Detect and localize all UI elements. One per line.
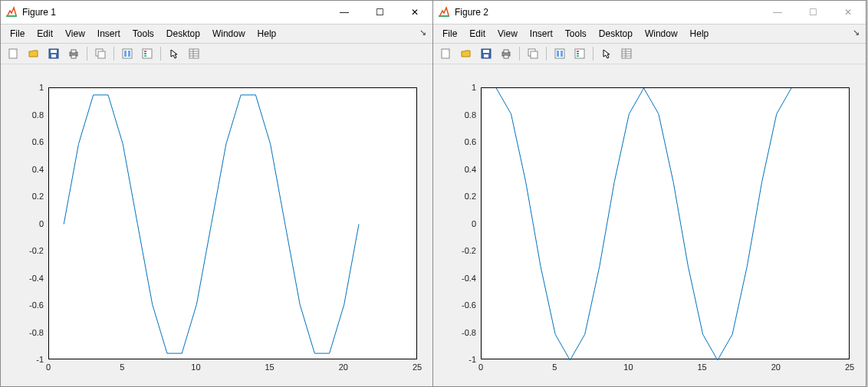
menu-help[interactable]: Help [252,26,283,41]
open-icon[interactable] [25,44,43,63]
line-series [49,88,418,360]
svg-rect-6 [71,50,76,53]
y-tick-label: 0.4 [32,165,44,174]
menu-file[interactable]: File [4,26,31,41]
svg-rect-38 [577,55,579,57]
svg-rect-33 [557,51,559,57]
menu-view[interactable]: View [59,26,91,41]
axes[interactable] [48,87,417,359]
x-tick-label: 0 [46,362,51,372]
x-tick-label: 5 [120,362,124,372]
line-series [482,88,850,360]
property-inspector-icon[interactable] [617,44,636,63]
menu-file[interactable]: File [436,26,463,41]
toolbar-separator [519,47,520,61]
y-tick-label: -1 [36,355,44,364]
svg-rect-15 [144,53,146,54]
datacursor-icon[interactable] [118,44,136,63]
color-legend-icon[interactable] [138,44,156,63]
property-inspector-icon[interactable] [185,44,203,63]
menu-edit[interactable]: Edit [31,26,59,41]
y-tick-label: 0.4 [465,165,476,174]
y-tick-label: 0.2 [32,192,44,201]
svg-rect-22 [439,15,449,17]
svg-rect-29 [504,55,508,58]
desktop: Figure 1—☐✕FileEditViewInsertToolsDeskto… [0,0,868,387]
plot-area: 0510152025-1-0.8-0.6-0.4-0.200.20.40.60.… [1,64,432,386]
x-tick-label: 25 [413,362,422,372]
save-icon[interactable] [477,44,495,63]
menu-help[interactable]: Help [684,26,715,41]
y-tick-label: -0.8 [29,328,44,337]
menu-insert[interactable]: Insert [524,26,559,41]
svg-rect-35 [575,49,584,58]
color-legend-icon[interactable] [570,44,589,63]
toolbar-separator [593,47,593,61]
y-tick-label: 0.8 [465,110,476,120]
new-figure-icon[interactable] [437,44,455,63]
axes[interactable] [481,87,850,359]
menu-edit[interactable]: Edit [463,26,492,41]
y-tick-label: 0 [472,219,476,228]
y-tick-label: -0.6 [29,300,44,310]
close-button[interactable]: ✕ [397,1,432,24]
menu-window[interactable]: Window [206,26,252,41]
print-icon[interactable] [64,44,83,63]
menu-tools[interactable]: Tools [127,26,160,41]
titlebar[interactable]: Figure 1—☐✕ [1,1,432,25]
menu-desktop[interactable]: Desktop [160,26,206,41]
minimize-button[interactable]: — [327,1,362,24]
svg-rect-10 [123,49,132,58]
y-tick-label: -0.4 [29,274,44,283]
window-title: Figure 1 [22,7,56,18]
svg-rect-9 [98,51,105,58]
y-tick-label: -0.8 [462,328,476,337]
new-figure-icon[interactable] [5,44,23,63]
x-tick-label: 20 [771,362,781,372]
open-icon[interactable] [457,44,475,63]
save-icon[interactable] [44,44,63,63]
svg-rect-12 [128,51,130,57]
menu-view[interactable]: View [492,26,524,41]
menu-desktop[interactable]: Desktop [593,26,639,41]
maximize-button[interactable]: ☐ [795,1,830,24]
pointer-icon[interactable] [165,44,183,63]
copy-figure-icon[interactable] [91,44,110,63]
pointer-icon[interactable] [597,44,616,63]
y-tick-label: 0.8 [32,110,44,120]
x-tick-label: 5 [552,362,557,372]
svg-rect-36 [577,51,579,52]
svg-rect-14 [144,51,146,52]
y-tick-label: 0.2 [465,192,476,201]
datacursor-icon[interactable] [551,44,569,63]
x-tick-label: 10 [623,362,633,372]
close-button[interactable]: ✕ [830,1,866,24]
window-title: Figure 2 [455,7,488,18]
titlebar[interactable]: Figure 2—☐✕ [433,1,866,25]
y-tick-label: 0.6 [465,137,476,146]
figure-window-2: Figure 2—☐✕FileEditViewInsertToolsDeskto… [433,0,866,387]
menubar-overflow-icon[interactable]: ↘ [853,28,860,38]
minimize-button[interactable]: — [760,1,795,24]
copy-figure-icon[interactable] [524,44,542,63]
toolbar-separator [160,47,161,61]
menubar-overflow-icon[interactable]: ↘ [419,28,426,38]
menu-window[interactable]: Window [639,26,684,41]
svg-rect-13 [143,49,152,58]
svg-rect-26 [484,54,488,57]
matlab-icon [438,6,450,18]
y-tick-label: -0.2 [29,246,44,255]
svg-rect-32 [555,49,564,58]
maximize-button[interactable]: ☐ [362,1,397,24]
svg-rect-3 [51,50,57,53]
menu-insert[interactable]: Insert [91,26,127,41]
menubar: FileEditViewInsertToolsDesktopWindowHelp… [1,25,432,44]
matlab-icon [5,6,18,18]
print-icon[interactable] [497,44,515,63]
menu-tools[interactable]: Tools [559,26,593,41]
menubar: FileEditViewInsertToolsDesktopWindowHelp… [433,25,866,44]
y-tick-label: -0.4 [462,274,476,283]
svg-rect-37 [577,53,579,54]
x-tick-label: 10 [191,362,200,372]
svg-rect-4 [51,54,56,57]
